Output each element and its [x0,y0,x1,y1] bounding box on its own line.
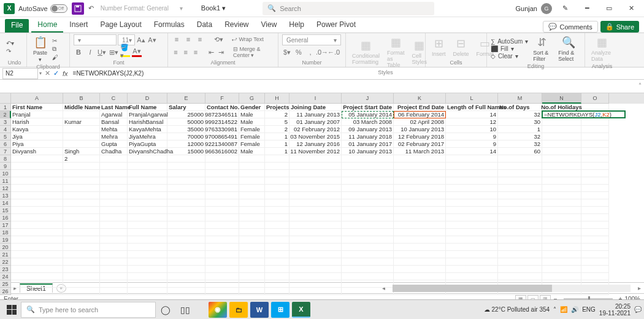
cell[interactable] [167,214,205,221]
row-header[interactable]: 25 [0,280,11,288]
cell[interactable]: 01 January 2007 [289,118,342,126]
cell[interactable]: Bansal [100,118,128,126]
cell[interactable]: 5 [265,118,289,126]
cell[interactable] [205,207,239,214]
tab-help[interactable]: Help [283,18,310,33]
clear-button[interactable]: ◇ Clear ▾ [491,53,528,60]
cell[interactable] [498,214,542,221]
cell[interactable] [63,199,100,207]
cell[interactable] [205,221,239,229]
cell[interactable] [542,155,581,163]
cell[interactable] [581,192,609,199]
cell[interactable] [446,155,498,163]
cell[interactable]: Length of Full Names [446,104,498,111]
cell[interactable] [446,214,498,221]
cell[interactable] [342,214,394,221]
cell[interactable]: Agarwal [100,111,128,118]
autosum-button[interactable]: ∑ AutoSum ▾ [491,38,528,45]
cell[interactable]: 32 [498,140,542,148]
cell[interactable] [498,266,542,273]
cell[interactable] [542,251,581,258]
percent-icon[interactable]: % [294,47,304,57]
align-left-icon[interactable]: ≡ [172,47,180,57]
cut-icon[interactable]: ✂ [52,37,58,44]
formula-input[interactable]: =NETWORKDAYS(J2,K2) [71,70,642,77]
cell[interactable]: Pranjal [11,111,63,118]
cell[interactable] [63,177,100,185]
sort-filter-button[interactable]: ⇵Sort & Filter [531,34,553,63]
cell[interactable] [63,140,100,148]
cell[interactable]: 10 [446,126,498,133]
cell[interactable] [167,236,205,244]
cell[interactable]: Full Name [128,104,167,111]
cell[interactable]: HarishBansal [128,118,167,126]
tab-file[interactable]: File [5,19,29,33]
cell[interactable] [63,185,100,192]
pen-icon[interactable]: ✎ [556,2,574,15]
cell[interactable]: 32 [498,133,542,140]
cell[interactable] [342,207,394,214]
cell[interactable]: 1 [265,148,289,155]
cell[interactable] [239,192,265,199]
cell[interactable] [128,258,167,266]
cell[interactable]: Mehra [100,133,128,140]
start-button[interactable] [2,301,21,318]
undo-button[interactable]: ↶ [85,2,98,15]
cell[interactable]: 14 [446,111,498,118]
cell[interactable] [167,221,205,229]
cell[interactable] [289,280,342,288]
decrease-font-icon[interactable]: A▾ [147,35,157,45]
cell[interactable] [289,185,342,192]
cell[interactable]: Piya [11,140,63,148]
cell[interactable] [205,170,239,177]
cell[interactable] [498,244,542,251]
border-icon[interactable]: ⊞▾ [109,47,118,57]
row-header[interactable]: 19 [0,236,11,244]
select-all-corner[interactable] [0,93,11,104]
cell[interactable] [128,273,167,280]
tray-chevron-icon[interactable]: ˄ [553,306,556,313]
minimize-button[interactable]: ━ [578,2,596,15]
cell[interactable]: 11 January 2013 [289,111,342,118]
cell[interactable] [265,273,289,280]
cell[interactable]: 2 [265,111,289,118]
cell[interactable] [446,192,498,199]
cell[interactable] [542,185,581,192]
cell[interactable] [167,258,205,266]
taskbar-search[interactable]: 🔍 Type here to search [21,302,156,318]
cell[interactable] [498,207,542,214]
cell[interactable] [11,214,63,221]
cell[interactable] [581,140,609,148]
cell[interactable]: 1 [498,126,542,133]
maximize-button[interactable]: ▭ [600,2,618,15]
row-header[interactable]: 17 [0,221,11,229]
cell[interactable] [100,258,128,266]
cell[interactable] [63,214,100,221]
cell[interactable] [63,280,100,288]
cell[interactable] [167,192,205,199]
col-header-O[interactable]: O [581,93,609,104]
cell[interactable] [265,244,289,251]
cell[interactable] [11,251,63,258]
cell[interactable] [100,280,128,288]
cell[interactable] [394,163,446,170]
cell[interactable] [128,155,167,163]
format-as-table-button[interactable]: ▦Format as Table [385,34,407,69]
row-header[interactable]: 16 [0,214,11,221]
cell[interactable]: Jiya [11,133,63,140]
cell[interactable] [581,258,609,266]
cell[interactable] [265,229,289,236]
cell[interactable] [394,214,446,221]
row-header[interactable]: 20 [0,244,11,251]
cell[interactable]: 01 January 2017 [342,140,394,148]
cell[interactable] [289,170,342,177]
cell[interactable] [446,266,498,273]
cell[interactable]: 11 November 2012 [289,148,342,155]
cell[interactable] [394,185,446,192]
cell[interactable]: Last Name [100,104,128,111]
cell[interactable] [239,177,265,185]
tab-review[interactable]: Review [218,18,255,33]
cell[interactable] [289,207,342,214]
cell[interactable]: Male [239,148,265,155]
cell[interactable] [63,258,100,266]
